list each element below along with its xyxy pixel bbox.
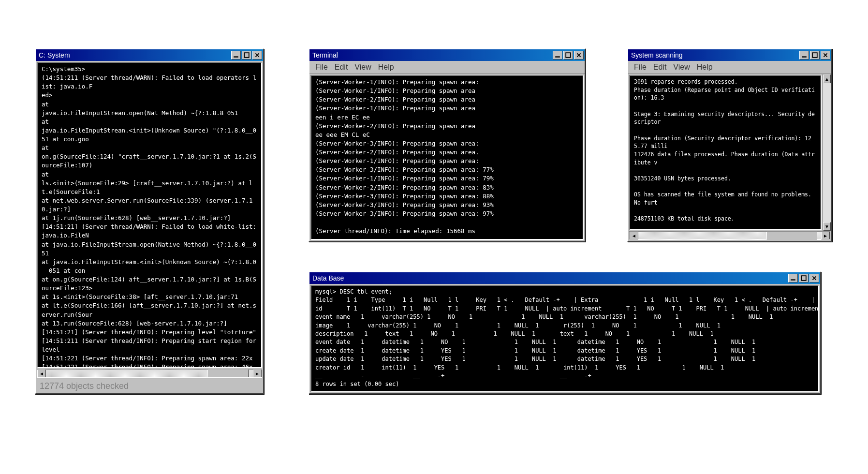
database-titlebar[interactable]: Data Base [309, 272, 820, 284]
menu-file[interactable]: File [631, 62, 649, 73]
scroll-down-icon[interactable]: ▼ [823, 222, 831, 231]
scroll-thumb[interactable] [766, 232, 818, 239]
close-button[interactable] [809, 274, 819, 282]
svg-rect-7 [801, 276, 806, 281]
titlebar-controls [230, 51, 262, 59]
menu-file[interactable]: File [312, 62, 331, 73]
maximize-button[interactable] [799, 274, 809, 282]
minimize-button[interactable] [231, 51, 241, 59]
system-statusbar: 12774 objects checked [36, 379, 263, 393]
scroll-left-icon[interactable]: ◄ [630, 232, 638, 239]
scroll-right-icon[interactable]: ► [821, 232, 830, 239]
maximize-button[interactable] [242, 51, 251, 59]
titlebar-controls [552, 51, 584, 59]
close-button[interactable] [574, 51, 584, 59]
scroll-right-icon[interactable]: ► [253, 370, 262, 377]
system-title: C: System [39, 51, 70, 59]
menu-help[interactable]: Help [375, 62, 397, 73]
vertical-scrollbar[interactable]: ▲ ▼ [823, 74, 831, 231]
horizontal-scrollbar[interactable]: ◄ ► [37, 369, 262, 378]
minimize-button[interactable] [788, 274, 798, 282]
scan-titlebar[interactable]: System scanning [628, 49, 831, 61]
scan-console[interactable]: 3091 reparse records processed. Phase du… [629, 75, 822, 230]
scroll-track[interactable] [823, 83, 831, 222]
minimize-button[interactable] [553, 51, 562, 59]
minimize-button[interactable] [799, 51, 809, 59]
horizontal-scrollbar[interactable]: ◄ ► [629, 231, 830, 240]
maximize-button[interactable] [563, 51, 573, 59]
terminal-console[interactable]: (Server-Worker-1/INFO): Preparing spawn … [310, 75, 584, 240]
svg-rect-0 [234, 56, 238, 57]
database-console[interactable]: mysql> DESC tbl event; Field 1 i Type 1 … [310, 285, 819, 392]
menu-help[interactable]: Help [694, 62, 716, 73]
scan-title: System scanning [631, 51, 683, 59]
scroll-track[interactable] [46, 370, 253, 377]
maximize-button[interactable] [810, 51, 820, 59]
svg-rect-6 [791, 279, 795, 280]
svg-rect-2 [555, 56, 560, 57]
scroll-track[interactable] [638, 232, 821, 239]
terminal-title: Terminal [312, 51, 338, 59]
menu-edit[interactable]: Edit [650, 62, 670, 73]
menu-view[interactable]: View [670, 62, 692, 73]
svg-rect-1 [244, 53, 249, 58]
scan-window: System scanning File Edit View Help 3091… [627, 48, 832, 242]
scroll-up-icon[interactable]: ▲ [823, 74, 831, 83]
terminal-menubar: File Edit View Help [309, 61, 585, 74]
svg-rect-4 [802, 56, 807, 57]
titlebar-controls [798, 51, 830, 59]
titlebar-controls [787, 274, 819, 282]
system-window: C: System C:\system35> (14:51:211 (Serve… [35, 48, 264, 394]
svg-rect-3 [566, 53, 571, 58]
terminal-titlebar[interactable]: Terminal [309, 49, 585, 61]
system-console[interactable]: C:\system35> (14:51:211 (Server thread/W… [37, 62, 262, 368]
database-title: Data Base [312, 274, 344, 282]
scroll-thumb[interactable] [207, 370, 249, 377]
scroll-left-icon[interactable]: ◄ [37, 370, 46, 377]
menu-edit[interactable]: Edit [332, 62, 351, 73]
database-window: Data Base mysql> DESC tbl event; Field 1… [309, 271, 821, 394]
system-titlebar[interactable]: C: System [36, 49, 263, 61]
close-button[interactable] [821, 51, 830, 59]
close-button[interactable] [252, 51, 262, 59]
svg-rect-5 [812, 53, 817, 58]
scan-menubar: File Edit View Help [628, 61, 831, 74]
terminal-window: Terminal File Edit View Help (Server-Wor… [309, 48, 586, 242]
menu-view[interactable]: View [352, 62, 374, 73]
